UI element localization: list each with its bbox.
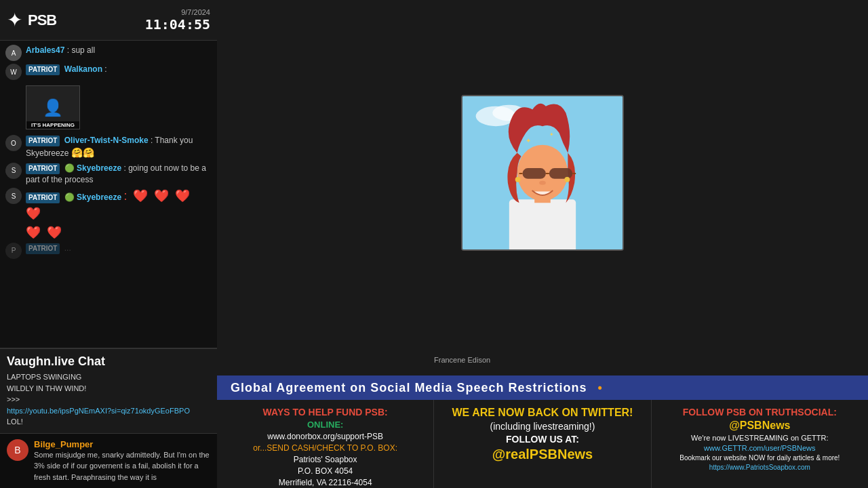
patriot-badge: PATRIOT <box>26 243 60 254</box>
logo-text: PSB <box>28 12 56 29</box>
info-handle-right: @PSBNews <box>663 420 857 432</box>
bottom-user-entry: B Bilge_Pumper Some misjudge me, snarky … <box>7 439 210 483</box>
info-line1-center: FOLLOW US AT: <box>445 434 639 445</box>
hearts-extra: ❤️ ❤️ <box>26 226 63 239</box>
bottom-text: Some misjudge me, snarky admittedly. But… <box>34 449 210 483</box>
list-item: S PATRIOT 🟢 Skyebreeze : ❤️ ❤️ ❤️ ❤️ <box>5 188 212 222</box>
info-panel-right: FOLLOW PSB ON TRUTHSOCIAL: @PSBNews We'r… <box>652 400 868 488</box>
video-thumbnail: ✦ ✦ <box>461 95 624 251</box>
clock-display: 11:04:55 <box>145 16 210 33</box>
avatar: A <box>5 45 22 61</box>
ticker-content: Global Agreement on Social Media Speech … <box>231 381 587 394</box>
green-dot-icon: 🟢 <box>64 192 75 202</box>
person-svg: ✦ ✦ <box>462 95 623 251</box>
main-area: ✦ ✦ Francene Edison Global Agreement on … <box>217 0 868 488</box>
info-line4-left: P.O. BOX 4054 <box>228 466 422 476</box>
video-container: ✦ ✦ <box>217 0 868 375</box>
msg-content: PATRIOT 🟢 Skyebreeze : going out now to … <box>26 163 212 186</box>
info-line5-left: Merrifield, VA 22116-4054 <box>228 478 422 487</box>
info-heading-center: WE ARE NOW BACK ON TWITTER! <box>445 407 639 419</box>
vaughn-line4: LOL! <box>7 416 210 428</box>
avatar: W <box>5 64 22 80</box>
bottom-info-bar: WAYS TO HELP FUND PSB: ONLINE: www.donor… <box>217 400 868 488</box>
svg-text:✦: ✦ <box>526 137 531 144</box>
msg-content: PATRIOT ... <box>26 243 212 254</box>
avatar: P <box>5 243 22 259</box>
username: Walkanon <box>64 64 102 74</box>
svg-text:✦: ✦ <box>549 131 554 138</box>
list-item: P PATRIOT ... <box>5 243 212 259</box>
logo-area: ✦ PSB <box>7 9 56 31</box>
bottom-chat: B Bilge_Pumper Some misjudge me, snarky … <box>0 433 217 489</box>
sidebar: ✦ PSB 9/7/2024 11:04:55 A Arbales47 : su… <box>0 0 217 488</box>
username: Oliver-Twist-N-Smoke <box>64 136 149 145</box>
patriot-badge: PATRIOT <box>26 136 60 146</box>
vaughn-line1: LAPTOPS SWINGING <box>7 371 210 383</box>
list-item: O PATRIOT Oliver-Twist-N-Smoke : Thank y… <box>5 135 212 160</box>
msg-content: PATRIOT Oliver-Twist-N-Smoke : Thank you… <box>26 135 212 160</box>
svg-rect-6 <box>523 168 546 179</box>
info-line2-right: Bookmark our website NOW for daily artic… <box>663 454 857 462</box>
info-panel-center: WE ARE NOW BACK ON TWITTER! (including l… <box>434 400 651 488</box>
list-item: W PATRIOT Walkanon : <box>5 64 212 80</box>
bottom-message: Bilge_Pumper Some misjudge me, snarky ad… <box>34 439 210 483</box>
patriot-badge: PATRIOT <box>26 163 60 174</box>
time-area: 9/7/2024 11:04:55 <box>145 8 210 33</box>
info-line3-left: Patriots' Soapbox <box>228 455 422 464</box>
avatar: S <box>5 188 22 204</box>
svg-rect-3 <box>509 199 576 251</box>
msg-text: : <box>104 64 106 74</box>
meme-caption: IT'S HAPPENING <box>26 121 79 129</box>
bottom-avatar: B <box>7 439 28 461</box>
info-panel-left: WAYS TO HELP FUND PSB: ONLINE: www.donor… <box>217 400 434 488</box>
info-sub-left: ONLINE: <box>228 420 422 430</box>
info-handle-center: @realPSBNews <box>445 447 639 462</box>
msg-text: ... <box>64 243 71 253</box>
list-item: A Arbales47 : sup all <box>5 45 212 61</box>
username: Arbales47 <box>26 45 64 55</box>
username: Skyebreeze <box>77 163 121 173</box>
chat-messages: A Arbales47 : sup all W PATRIOT Walkanon… <box>0 41 217 348</box>
bottom-username: Bilge_Pumper <box>34 439 210 449</box>
info-line1-right: We're now LIVESTREAMING on GETTR: <box>663 434 857 442</box>
info-sub-center: (including livestreaming!) <box>445 421 639 432</box>
info-website-right: https://www.PatriotsSoapbox.com <box>663 464 857 471</box>
avatar: O <box>5 135 22 151</box>
date-display: 9/7/2024 <box>145 8 210 16</box>
ticker-bar: Global Agreement on Social Media Speech … <box>217 375 868 400</box>
vaughn-link[interactable]: https://youtu.be/ipsPgNEmAXI?si=qiz71okd… <box>7 405 210 417</box>
vaughn-section: Vaughn.live Chat LAPTOPS SWINGING WILDLY… <box>0 348 217 433</box>
ticker-text: Global Agreement on Social Media Speech … <box>217 381 623 395</box>
msg-content: PATRIOT 🟢 Skyebreeze : ❤️ ❤️ ❤️ ❤️ <box>26 188 212 222</box>
patriot-badge: PATRIOT <box>26 192 60 203</box>
msg-content: Arbales47 : sup all <box>26 45 212 56</box>
meme-image: 👤 IT'S HAPPENING <box>26 85 80 129</box>
logo-star-icon: ✦ <box>7 9 22 31</box>
vaughn-line3: >>> <box>7 394 210 405</box>
svg-point-11 <box>539 181 546 185</box>
info-heading-right: FOLLOW PSB ON TRUTHSOCIAL: <box>663 407 857 418</box>
green-dot-icon: 🟢 <box>64 163 75 173</box>
header-bar: ✦ PSB 9/7/2024 11:04:55 <box>0 0 217 41</box>
msg-content: PATRIOT Walkanon : <box>26 64 212 75</box>
svg-point-13 <box>564 177 570 182</box>
svg-point-12 <box>515 177 521 182</box>
vaughn-content: LAPTOPS SWINGING WILDLY IN THW WIND! >>>… <box>7 371 210 428</box>
hearts-row-2: ❤️ ❤️ <box>26 225 212 240</box>
vaughn-title: Vaughn.live Chat <box>7 354 210 369</box>
emoji: 🤗🤗 <box>71 147 94 158</box>
info-line1-left: www.donorbox.org/support-PSB <box>228 432 422 441</box>
avatar: S <box>5 163 22 179</box>
svg-rect-7 <box>549 168 572 179</box>
username: Skyebreeze <box>77 192 121 202</box>
meme-face-icon: 👤 <box>43 98 63 117</box>
info-line2-left: or...SEND CASH/CHECK TO P.O. BOX: <box>228 443 422 453</box>
francene-label: Francene Edison <box>434 356 490 364</box>
msg-text: : sup all <box>67 45 95 55</box>
patriot-badge: PATRIOT <box>26 64 60 75</box>
info-heading-left: WAYS TO HELP FUND PSB: <box>228 407 422 418</box>
list-item: S PATRIOT 🟢 Skyebreeze : going out now t… <box>5 163 212 186</box>
ticker-dot: • <box>597 381 602 394</box>
vaughn-line2: WILDLY IN THW WIND! <box>7 383 210 394</box>
info-link-right: www.GETTR.com/user/PSBNews <box>663 444 857 452</box>
